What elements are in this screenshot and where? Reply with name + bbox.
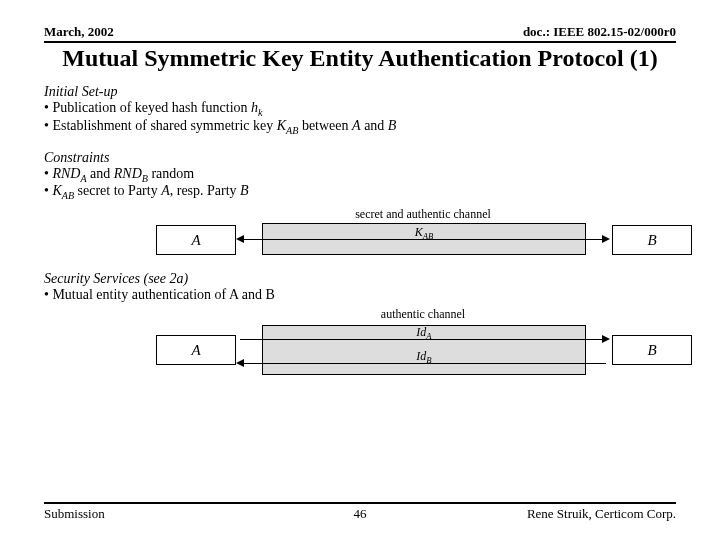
- constraints-bullet-2: • KAB secret to Party A, resp. Party B: [44, 183, 676, 201]
- node-b-2: B: [612, 335, 692, 365]
- header-row: March, 2002 doc.: IEEE 802.15-02/000r0: [44, 24, 676, 43]
- arrow-head-left-icon: [236, 235, 244, 243]
- page-title: Mutual Symmetric Key Entity Authenticati…: [44, 45, 676, 72]
- diagram-key-exchange: secret and authentic channel A B KAB: [44, 207, 676, 263]
- initial-setup-bullet-1: • Publication of keyed hash function hk: [44, 100, 676, 118]
- diagram2-ida-label: IdA: [394, 325, 454, 341]
- diagram2-idb-label: IdB: [394, 349, 454, 365]
- footer-page-number: 46: [44, 506, 676, 522]
- security-bullet-1: • Mutual entity authentication of A and …: [44, 287, 676, 303]
- arrow-ida-head-icon: [602, 335, 610, 343]
- constraints-head: Constraints: [44, 150, 676, 166]
- diagram2-caption: authentic channel: [262, 307, 584, 322]
- security-head: Security Services (see 2a): [44, 271, 676, 287]
- initial-setup-head: Initial Set-up: [44, 84, 676, 100]
- node-a-2: A: [156, 335, 236, 365]
- initial-setup-bullet-2: • Establishment of shared symmetric key …: [44, 118, 676, 136]
- header-doc: doc.: IEEE 802.15-02/000r0: [523, 24, 676, 40]
- node-b-1: B: [612, 225, 692, 255]
- node-a-1: A: [156, 225, 236, 255]
- footer-row: Submission 46 Rene Struik, Certicom Corp…: [44, 502, 676, 522]
- diagram1-key-label: KAB: [394, 225, 454, 241]
- header-date: March, 2002: [44, 24, 114, 40]
- diagram1-caption: secret and authentic channel: [262, 207, 584, 222]
- diagram-auth-channel: authentic channel A B IdA IdB: [44, 317, 676, 383]
- constraints-bullet-1: • RNDA and RNDB random: [44, 166, 676, 184]
- arrow-head-right-icon: [602, 235, 610, 243]
- arrow-idb-head-icon: [236, 359, 244, 367]
